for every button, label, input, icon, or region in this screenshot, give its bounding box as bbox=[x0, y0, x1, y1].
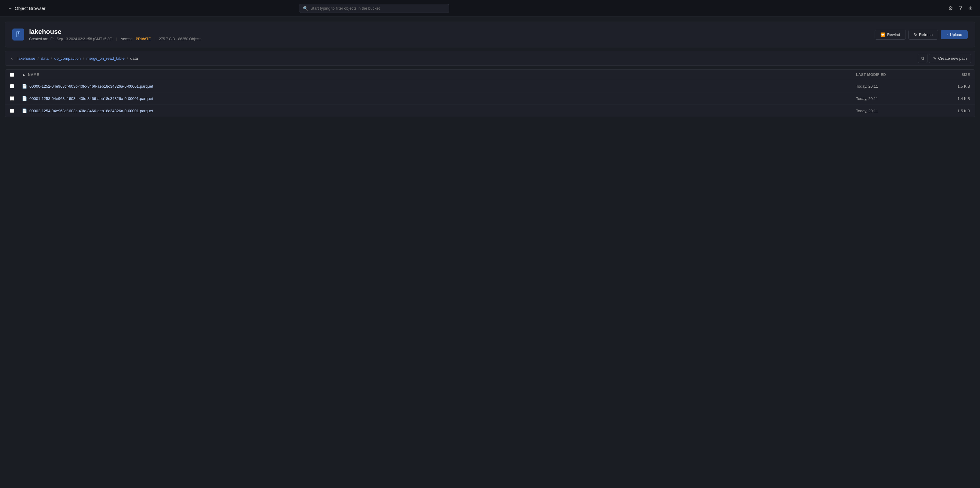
theme-icon: ☀ bbox=[968, 5, 973, 12]
table-row[interactable]: 📄 00001-1253-04e963cf-603c-40fc-8466-aeb… bbox=[5, 92, 975, 105]
row-size-0: 1.5 KiB bbox=[922, 84, 970, 89]
row-checkbox-0[interactable] bbox=[10, 84, 14, 88]
app-title: Object Browser bbox=[15, 6, 46, 11]
file-name-0: 00000-1252-04e963cf-603c-40fc-8466-aeb18… bbox=[29, 84, 153, 89]
row-name-0: 📄 00000-1252-04e963cf-603c-40fc-8466-aeb… bbox=[22, 84, 856, 89]
upload-icon: ↑ bbox=[946, 32, 948, 37]
storage-info: 275.7 GiB - 86250 Objects bbox=[159, 37, 201, 41]
col-modified-header: Last Modified bbox=[856, 73, 922, 77]
file-icon-1: 📄 bbox=[22, 96, 27, 101]
file-name-2: 00002-1254-04e963cf-603c-40fc-8466-aeb18… bbox=[29, 109, 153, 113]
path-back-button[interactable]: ‹ bbox=[9, 55, 15, 62]
file-table: ▲ Name Last Modified Size 📄 00000-1252-0… bbox=[5, 69, 975, 117]
path-bar: ‹ lakehouse / data / db_compaction / mer… bbox=[5, 51, 975, 66]
refresh-button[interactable]: ↻ Refresh bbox=[908, 30, 939, 40]
col-name-header: ▲ Name bbox=[22, 73, 856, 77]
top-nav: ← Object Browser 🔍 ⚙ ? ☀ bbox=[0, 0, 980, 17]
search-icon: 🔍 bbox=[303, 6, 308, 11]
row-check-0[interactable] bbox=[10, 84, 22, 88]
access-value: PRIVATE bbox=[136, 37, 151, 41]
file-name-1: 00001-1253-04e963cf-603c-40fc-8466-aeb18… bbox=[29, 96, 153, 101]
file-icon-0: 📄 bbox=[22, 84, 27, 89]
path-breadcrumb: lakehouse / data / db_compaction / merge… bbox=[18, 56, 915, 60]
table-row[interactable]: 📄 00002-1254-04e963cf-603c-40fc-8466-aeb… bbox=[5, 105, 975, 117]
bucket-card: 🗄 lakehouse Created on: Fri, Sep 13 2024… bbox=[5, 22, 975, 48]
settings-button[interactable]: ⚙ bbox=[946, 3, 955, 14]
row-modified-2: Today, 20:11 bbox=[856, 109, 922, 113]
database-icon: 🗄 bbox=[15, 31, 21, 38]
row-size-1: 1.4 KiB bbox=[922, 96, 970, 101]
table-header: ▲ Name Last Modified Size bbox=[5, 70, 975, 80]
back-button[interactable]: ← Object Browser bbox=[5, 4, 49, 13]
path-segment-lakehouse[interactable]: lakehouse bbox=[18, 56, 35, 60]
path-segment-merge_on_read_table[interactable]: merge_on_read_table bbox=[86, 56, 125, 60]
col-size-header: Size bbox=[922, 73, 970, 77]
search-bar: 🔍 bbox=[299, 4, 449, 13]
refresh-icon: ↻ bbox=[914, 32, 917, 37]
table-body: 📄 00000-1252-04e963cf-603c-40fc-8466-aeb… bbox=[5, 80, 975, 117]
path-segment-data[interactable]: data bbox=[41, 56, 48, 60]
row-modified-1: Today, 20:11 bbox=[856, 96, 922, 101]
row-checkbox-1[interactable] bbox=[10, 96, 14, 100]
row-size-2: 1.5 KiB bbox=[922, 109, 970, 113]
row-check-2[interactable] bbox=[10, 109, 22, 113]
table-row[interactable]: 📄 00000-1252-04e963cf-603c-40fc-8466-aeb… bbox=[5, 80, 975, 92]
arrow-left-icon: ← bbox=[8, 6, 12, 11]
theme-button[interactable]: ☀ bbox=[966, 3, 975, 14]
help-icon: ? bbox=[959, 5, 962, 11]
create-new-path-button[interactable]: ✎ Create new path bbox=[929, 54, 971, 63]
bucket-details: lakehouse Created on: Fri, Sep 13 2024 0… bbox=[29, 28, 202, 41]
copy-path-button[interactable]: ⧉ bbox=[918, 54, 928, 63]
copy-icon: ⧉ bbox=[921, 56, 924, 60]
file-icon-2: 📄 bbox=[22, 108, 27, 113]
row-name-2: 📄 00002-1254-04e963cf-603c-40fc-8466-aeb… bbox=[22, 108, 856, 113]
row-check-1[interactable] bbox=[10, 96, 22, 100]
access-label: Access: bbox=[121, 37, 133, 41]
edit-icon: ✎ bbox=[933, 56, 937, 60]
rewind-button[interactable]: ⏪ Rewind bbox=[875, 30, 905, 40]
search-input[interactable] bbox=[310, 6, 445, 11]
created-label: Created on: bbox=[29, 37, 48, 41]
path-actions: ⧉ ✎ Create new path bbox=[918, 54, 971, 63]
bucket-info: 🗄 lakehouse Created on: Fri, Sep 13 2024… bbox=[12, 28, 202, 41]
bucket-meta: Created on: Fri, Sep 13 2024 02:21:58 (G… bbox=[29, 37, 202, 41]
bucket-name: lakehouse bbox=[29, 28, 202, 36]
path-segment-db_compaction[interactable]: db_compaction bbox=[54, 56, 81, 60]
header-check[interactable] bbox=[10, 73, 22, 77]
bucket-actions: ⏪ Rewind ↻ Refresh ↑ Upload bbox=[875, 30, 968, 40]
chevron-left-icon: ‹ bbox=[11, 56, 13, 61]
row-checkbox-2[interactable] bbox=[10, 109, 14, 113]
gear-icon: ⚙ bbox=[948, 5, 953, 12]
help-button[interactable]: ? bbox=[956, 3, 964, 14]
nav-icons: ⚙ ? ☀ bbox=[946, 3, 975, 14]
sort-arrow-icon: ▲ bbox=[22, 73, 25, 77]
upload-button[interactable]: ↑ Upload bbox=[941, 30, 968, 39]
path-segment-data-current: data bbox=[130, 56, 138, 60]
select-all-checkbox[interactable] bbox=[10, 73, 14, 77]
main-content: 🗄 lakehouse Created on: Fri, Sep 13 2024… bbox=[0, 17, 980, 122]
row-modified-0: Today, 20:11 bbox=[856, 84, 922, 89]
row-name-1: 📄 00001-1253-04e963cf-603c-40fc-8466-aeb… bbox=[22, 96, 856, 101]
bucket-icon: 🗄 bbox=[12, 29, 24, 41]
rewind-icon: ⏪ bbox=[880, 32, 885, 37]
created-date: Fri, Sep 13 2024 02:21:58 (GMT+5:30) bbox=[51, 37, 113, 41]
